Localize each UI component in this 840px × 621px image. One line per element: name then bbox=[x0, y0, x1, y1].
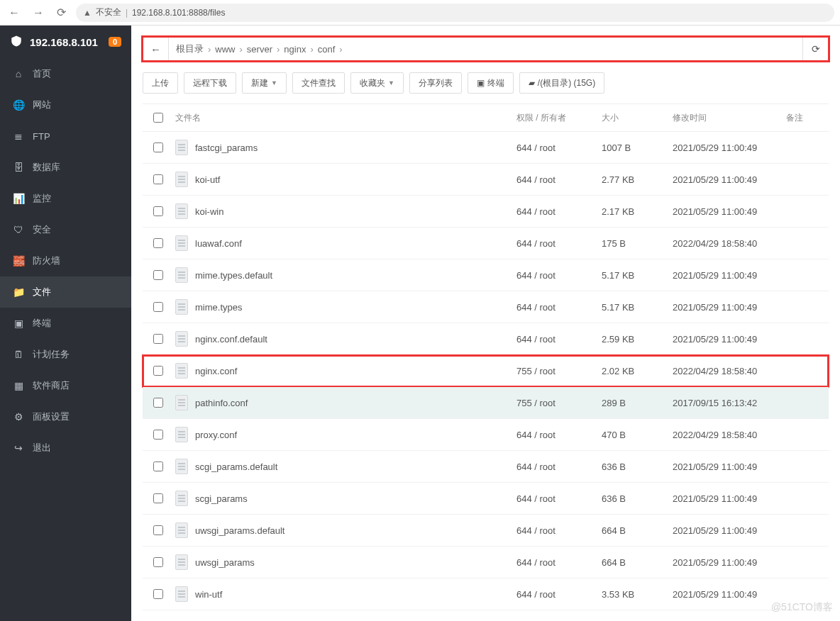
row-checkbox[interactable] bbox=[153, 142, 163, 152]
notification-badge[interactable]: 0 bbox=[109, 37, 121, 47]
sidebar-item-apps[interactable]: ▦软件商店 bbox=[0, 370, 131, 401]
file-row[interactable]: pathinfo.conf 755 / root 289 B 2017/09/1… bbox=[143, 387, 829, 419]
chevron-down-icon: ▼ bbox=[271, 79, 277, 86]
file-row[interactable]: scgi_params.default 644 / root 636 B 202… bbox=[143, 451, 829, 483]
search-button[interactable]: 文件查找 bbox=[292, 72, 345, 94]
row-checkbox[interactable] bbox=[153, 589, 163, 599]
breadcrumb-segment[interactable]: 根目录 bbox=[176, 43, 204, 55]
breadcrumb-refresh-button[interactable]: ⟳ bbox=[802, 38, 828, 60]
file-row[interactable]: proxy.conf 644 / root 470 B 2022/04/29 1… bbox=[143, 419, 829, 451]
sidebar-item-settings[interactable]: ⚙面板设置 bbox=[0, 401, 131, 432]
file-name[interactable]: koi-utf bbox=[195, 174, 220, 185]
breadcrumb-segment[interactable]: www bbox=[215, 44, 235, 55]
favorites-button[interactable]: 收藏夹▼ bbox=[350, 72, 404, 94]
col-header-size[interactable]: 大小 bbox=[602, 112, 673, 124]
file-name[interactable]: fastcgi_params bbox=[195, 142, 258, 153]
disk-icon: ▰ bbox=[529, 78, 535, 88]
file-name[interactable]: koi-win bbox=[195, 206, 223, 217]
breadcrumb-segment[interactable]: nginx bbox=[284, 44, 306, 55]
browser-forward-icon[interactable]: → bbox=[30, 6, 47, 19]
row-checkbox[interactable] bbox=[153, 206, 163, 216]
sidebar-item-terminal[interactable]: ▣终端 bbox=[0, 308, 131, 339]
file-name[interactable]: uwsgi_params.default bbox=[195, 525, 284, 536]
sidebar-item-tasks[interactable]: 🗓计划任务 bbox=[0, 339, 131, 370]
file-name[interactable]: win-utf bbox=[195, 589, 222, 600]
col-header-date[interactable]: 修改时间 bbox=[673, 112, 786, 124]
file-row[interactable]: mime.types 644 / root 5.17 KB 2021/05/29… bbox=[143, 291, 829, 323]
file-row[interactable]: win-utf 644 / root 3.53 KB 2021/05/29 11… bbox=[143, 578, 829, 610]
row-checkbox[interactable] bbox=[153, 174, 163, 184]
file-row[interactable]: koi-utf 644 / root 2.77 KB 2021/05/29 11… bbox=[143, 164, 829, 196]
file-name[interactable]: luawaf.conf bbox=[195, 238, 242, 249]
terminal-button[interactable]: ▣终端 bbox=[468, 72, 514, 94]
file-size: 3.53 KB bbox=[602, 589, 673, 600]
row-checkbox[interactable] bbox=[153, 270, 163, 280]
sidebar-item-globe[interactable]: 🌐网站 bbox=[0, 89, 131, 121]
select-all-checkbox[interactable] bbox=[153, 113, 163, 123]
file-name[interactable]: nginx.conf.default bbox=[195, 334, 267, 345]
file-name[interactable]: mime.types bbox=[195, 302, 242, 313]
row-checkbox[interactable] bbox=[153, 366, 163, 376]
watermark: @51CTO博客 bbox=[771, 601, 833, 614]
row-checkbox[interactable] bbox=[153, 238, 163, 248]
col-header-note[interactable]: 备注 bbox=[786, 112, 829, 124]
upload-button[interactable]: 上传 bbox=[143, 72, 178, 94]
file-table-header: 文件名 权限 / 所有者 大小 修改时间 备注 bbox=[143, 103, 829, 132]
file-row[interactable]: nginx.conf.default 644 / root 2.59 KB 20… bbox=[143, 323, 829, 355]
file-row[interactable]: nginx.conf 755 / root 2.02 KB 2022/04/29… bbox=[143, 355, 829, 387]
sidebar-header: 192.168.8.101 0 bbox=[0, 26, 131, 58]
sidebar-item-home[interactable]: ⌂首页 bbox=[0, 58, 131, 89]
col-header-perm[interactable]: 权限 / 所有者 bbox=[516, 112, 602, 124]
file-name[interactable]: scgi_params.default bbox=[195, 461, 277, 472]
sidebar-item-logout[interactable]: ↪退出 bbox=[0, 432, 131, 464]
row-checkbox[interactable] bbox=[153, 461, 163, 471]
row-checkbox[interactable] bbox=[153, 557, 163, 567]
address-bar[interactable]: ▲ 不安全 | 192.168.8.101:8888/files bbox=[76, 4, 834, 22]
file-size: 175 B bbox=[602, 238, 673, 249]
file-name[interactable]: uwsgi_params bbox=[195, 557, 255, 568]
row-checkbox[interactable] bbox=[153, 334, 163, 344]
breadcrumb-back-button[interactable]: ← bbox=[143, 38, 169, 60]
file-name[interactable]: proxy.conf bbox=[195, 430, 237, 440]
file-row[interactable]: uwsgi_params 644 / root 664 B 2021/05/29… bbox=[143, 547, 829, 578]
sidebar-item-wall[interactable]: 🧱防火墙 bbox=[0, 245, 131, 276]
file-size: 2.17 KB bbox=[602, 206, 673, 217]
sidebar-item-monitor[interactable]: 📊监控 bbox=[0, 183, 131, 214]
file-name[interactable]: pathinfo.conf bbox=[195, 398, 248, 408]
sidebar-item-db[interactable]: 🗄数据库 bbox=[0, 152, 131, 183]
row-checkbox[interactable] bbox=[153, 430, 163, 440]
sidebar-item-shield[interactable]: 🛡安全 bbox=[0, 214, 131, 245]
col-header-name[interactable]: 文件名 bbox=[174, 112, 516, 124]
row-checkbox[interactable] bbox=[153, 493, 163, 503]
file-name[interactable]: scgi_params bbox=[195, 493, 248, 504]
file-row[interactable]: koi-win 644 / root 2.17 KB 2021/05/29 11… bbox=[143, 196, 829, 228]
breadcrumb-segment[interactable]: server bbox=[247, 44, 272, 55]
sidebar-item-stack[interactable]: ≣FTP bbox=[0, 121, 131, 152]
share-list-button[interactable]: 分享列表 bbox=[409, 72, 462, 94]
file-row[interactable]: mime.types.default 644 / root 5.17 KB 20… bbox=[143, 259, 829, 291]
file-date: 2021/05/29 11:00:49 bbox=[673, 302, 786, 313]
row-checkbox[interactable] bbox=[153, 525, 163, 535]
sidebar-item-folder[interactable]: 📁文件 bbox=[0, 276, 131, 308]
breadcrumb-segment[interactable]: conf bbox=[318, 44, 336, 55]
file-size: 1007 B bbox=[602, 142, 673, 153]
file-icon bbox=[175, 459, 188, 474]
remote-download-button[interactable]: 远程下载 bbox=[184, 72, 236, 94]
disk-button[interactable]: ▰/(根目录) (15G) bbox=[519, 72, 604, 94]
chevron-down-icon: ▼ bbox=[388, 79, 394, 86]
file-row[interactable]: uwsgi_params.default 644 / root 664 B 20… bbox=[143, 515, 829, 547]
terminal-icon: ▣ bbox=[13, 318, 24, 329]
file-row[interactable]: scgi_params 644 / root 636 B 2021/05/29 … bbox=[143, 483, 829, 515]
browser-reload-icon[interactable]: ⟳ bbox=[54, 6, 69, 19]
file-icon bbox=[175, 395, 188, 410]
browser-back-icon[interactable]: ← bbox=[6, 6, 23, 19]
file-date: 2022/04/29 18:58:40 bbox=[673, 238, 786, 249]
file-name[interactable]: mime.types.default bbox=[195, 270, 272, 281]
sidebar-item-label: 退出 bbox=[33, 442, 51, 454]
row-checkbox[interactable] bbox=[153, 398, 163, 408]
file-row[interactable]: luawaf.conf 644 / root 175 B 2022/04/29 … bbox=[143, 228, 829, 259]
file-name[interactable]: nginx.conf bbox=[195, 366, 237, 376]
new-button[interactable]: 新建▼ bbox=[242, 72, 287, 94]
row-checkbox[interactable] bbox=[153, 302, 163, 312]
file-row[interactable]: fastcgi_params 644 / root 1007 B 2021/05… bbox=[143, 132, 829, 164]
